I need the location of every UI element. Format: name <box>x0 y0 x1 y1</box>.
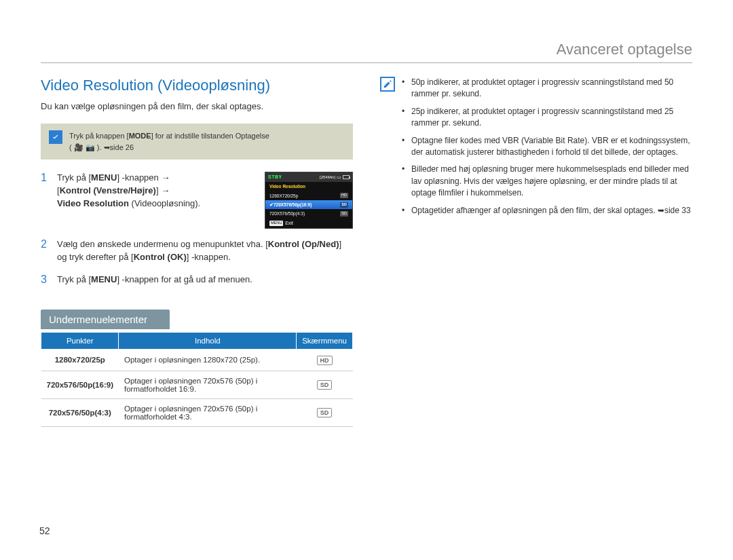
table-row: 1280x720/25p Optager i opløsningen 1280x… <box>41 349 353 371</box>
intro-text: Du kan vælge opløsningen på den film, de… <box>41 101 353 111</box>
row-punkter: 720x576/50p(4:3) <box>41 398 119 426</box>
right-column: 50p indikerer, at produktet optager i pr… <box>380 77 692 427</box>
kontrol-ok-label: Kontrol (OK) <box>134 252 187 262</box>
row-indhold: Optager i opløsningen 720x576 (50p) i fo… <box>119 398 297 426</box>
remaining-time: [254Min] <box>320 174 335 181</box>
sd-badge: SD <box>317 380 333 390</box>
exit-label: Exit <box>285 220 293 227</box>
sd-badge: SD <box>317 408 333 417</box>
row-indhold: Optager i opløsningen 1280x720 (25p). <box>119 349 297 371</box>
step1-text-f: (Videoopløsning). <box>129 198 200 208</box>
note-item: Optagetider afhænger af opløsningen på d… <box>402 205 692 217</box>
video-resolution-label: Video Resolution <box>57 198 129 208</box>
step-number: 1 <box>41 172 50 229</box>
table-row: 720x576/50p(16:9) Optager i opløsningen … <box>41 371 353 398</box>
mode-button-label: MODE <box>129 132 151 140</box>
camera-menu-exit-row: MENU Exit <box>265 219 352 228</box>
hd-badge: HD <box>317 356 333 365</box>
note-icon <box>380 77 395 92</box>
camera-menu-item: 720X576/50p(4:3) SD <box>265 209 352 218</box>
arrow-icon: → <box>161 185 170 195</box>
row-indhold: Optager i opløsningen 720x576 (50p) i fo… <box>119 371 297 398</box>
note-item: 25p indikerer, at produktet optager i pr… <box>402 106 692 130</box>
step-2: 2 Vælg den ønskede undermenu og menupunk… <box>41 238 353 264</box>
camera-menu-screenshot: STBY [254Min] ▭ Video Resolution 1280X72… <box>265 172 353 229</box>
chapter-title: Avanceret optagelse <box>41 41 692 63</box>
kontrol-updown-label: Kontrol (Op/Ned) <box>268 239 339 249</box>
step-number: 3 <box>41 274 50 286</box>
sd-badge: SD <box>340 202 348 208</box>
menu-label: MENU <box>91 274 117 284</box>
th-indhold: Indhold <box>119 332 297 349</box>
camera-menu-title: Video Resolution <box>265 182 352 191</box>
step-3: 3 Tryk på [MENU] -knappen for at gå ud a… <box>41 274 353 286</box>
camera-menu-item-selected: ✔ 720X576/50p(16:9) SD <box>265 200 352 209</box>
precondition-text-a: Tryk på knappen [ <box>69 132 129 140</box>
step3-text-a: Tryk på [ <box>57 274 91 284</box>
stby-indicator: STBY <box>268 174 282 181</box>
check-icon <box>49 130 62 144</box>
step2-text-c: ] -knappen. <box>187 252 231 262</box>
step-number: 2 <box>41 238 50 264</box>
mode-icons: ( 🎥 📷 ). <box>69 143 104 151</box>
cm-item-label: 720X576/50p(4:3) <box>269 210 305 217</box>
note-item: Billeder med høj opløsning bruger mere h… <box>402 164 692 199</box>
battery-icon <box>343 175 350 179</box>
hd-badge: HD <box>340 193 348 198</box>
precondition-box: Tryk på knappen [MODE] for at indstille … <box>41 124 353 160</box>
submenu-header: Undermenuelementer <box>41 310 170 329</box>
menu-label: MENU <box>91 172 117 183</box>
steps-list: 1 Tryk på [MENU] -knappen → [Kontrol (Ve… <box>41 172 353 286</box>
th-skaermmenu: Skærmmenu <box>297 332 353 349</box>
sd-card-icon: ▭ <box>337 174 341 181</box>
cm-item-label: 1280X720/25p <box>269 193 298 199</box>
section-title: Video Resolution (Videoopløsning) <box>41 77 353 94</box>
resolution-table: Punkter Indhold Skærmmenu 1280x720/25p O… <box>41 332 353 427</box>
cm-item-label: 720X576/50p(16:9) <box>274 202 340 208</box>
step1-text-a: Tryk på [ <box>57 172 91 183</box>
page-number: 52 <box>39 525 50 536</box>
th-punkter: Punkter <box>41 332 119 349</box>
step-1: 1 Tryk på [MENU] -knappen → [Kontrol (Ve… <box>41 172 353 229</box>
menu-button-icon: MENU <box>269 221 283 226</box>
step2-text-a: Vælg den ønskede undermenu og menupunkte… <box>57 239 268 249</box>
kontrol-lr-label: Kontrol (Venstre/Højre) <box>60 185 156 195</box>
left-column: Video Resolution (Videoopløsning) Du kan… <box>41 77 353 427</box>
table-row: 720x576/50p(4:3) Optager i opløsningen 7… <box>41 398 353 426</box>
arrow-icon: → <box>161 172 170 183</box>
step1-text-b: ] -knappen <box>117 172 161 183</box>
precondition-text-b: ] for at indstille tilstanden Optagelse <box>151 132 269 140</box>
row-punkter: 1280x720/25p <box>41 349 119 371</box>
note-item: 50p indikerer, at produktet optager i pr… <box>402 77 692 100</box>
sd-badge: SD <box>340 211 348 217</box>
step3-text-b: ] -knappen for at gå ud af menuen. <box>117 274 252 284</box>
camera-menu-item: 1280X720/25p HD <box>265 191 352 200</box>
page-ref-26: ➥side 26 <box>104 143 134 151</box>
notes-block: 50p indikerer, at produktet optager i pr… <box>380 77 692 222</box>
note-item: Optagne filer kodes med VBR (Variable Bi… <box>402 135 692 159</box>
row-punkter: 720x576/50p(16:9) <box>41 371 119 398</box>
